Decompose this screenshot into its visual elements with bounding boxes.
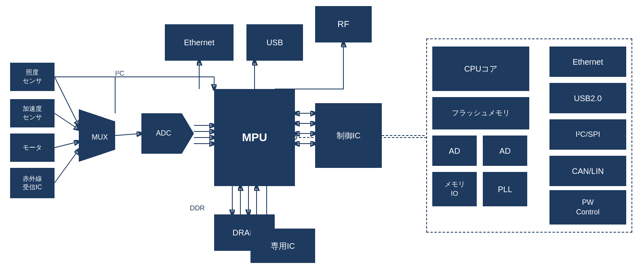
- sensor3-block: モータ: [10, 134, 55, 162]
- adc-block: ADC: [141, 113, 194, 154]
- ad2-block: AD: [483, 136, 527, 166]
- pll-block: PLL: [483, 172, 527, 206]
- svg-text:ADC: ADC: [156, 129, 171, 137]
- svg-text:MUX: MUX: [92, 133, 108, 141]
- svg-line-2: [55, 142, 79, 148]
- i2c-spi-block: I²C/SPI: [549, 119, 626, 150]
- mux-block: MUX: [79, 109, 115, 162]
- can-lin-block: CAN/LIN: [549, 156, 626, 186]
- ethernet-right-block: Ethernet: [549, 47, 626, 77]
- ad1-block: AD: [432, 136, 477, 166]
- control-ic-block: 制御IC: [315, 103, 382, 168]
- diagram: 照度センサ 加速度センサ モータ 赤外線受信IC MUX ADC Etherne…: [0, 0, 644, 267]
- i2c-label: I²C: [115, 70, 124, 78]
- ethernet-top-block: Ethernet: [165, 24, 234, 61]
- mpu-block: MPU: [214, 89, 295, 186]
- pw-control-block: PWControl: [549, 190, 626, 225]
- usb-top-block: USB: [246, 24, 303, 61]
- ddr-label: DDR: [190, 204, 205, 212]
- svg-line-3: [55, 150, 79, 183]
- svg-line-0: [55, 77, 79, 125]
- sensor2-block: 加速度センサ: [10, 99, 55, 127]
- dedicated-ic-block: 専用IC: [250, 229, 315, 263]
- rf-top-block: RF: [315, 6, 372, 42]
- svg-line-1: [55, 113, 79, 129]
- svg-line-4: [115, 134, 141, 136]
- sensor4-block: 赤外線受信IC: [10, 168, 55, 198]
- cpu-core-block: CPUコア: [432, 47, 529, 91]
- sensor1-block: 照度センサ: [10, 63, 55, 91]
- memory-io-block: メモリIO: [432, 172, 477, 206]
- flash-block: フラッシュメモリ: [432, 97, 529, 129]
- usb2-block: USB2.0: [549, 83, 626, 113]
